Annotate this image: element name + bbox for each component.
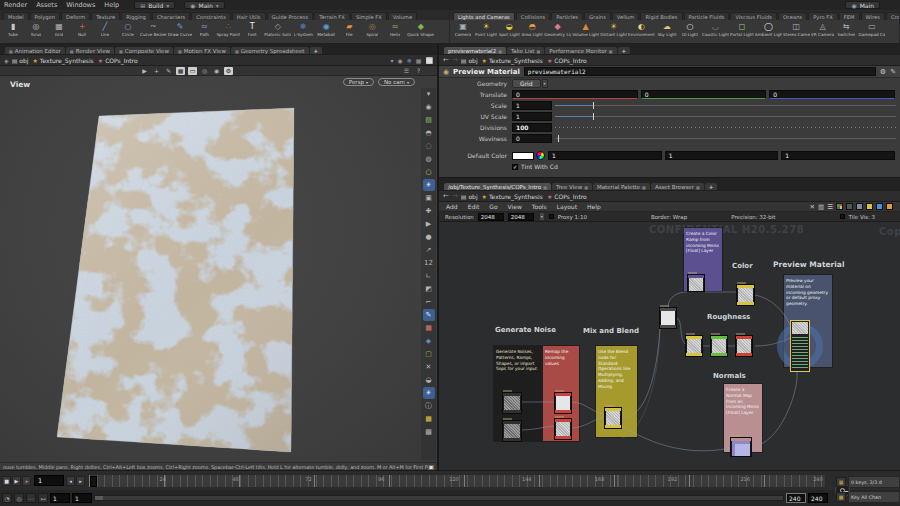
viewport-side-icon[interactable]: ☀ — [423, 179, 435, 191]
geometry-dropdown[interactable]: Grid — [512, 79, 541, 88]
viewport-side-icon[interactable]: ▾ — [423, 88, 435, 100]
shelf-tab[interactable]: Particles — [551, 12, 583, 20]
close-icon[interactable]: ■ — [498, 49, 502, 54]
translate-field[interactable]: 0 — [512, 90, 638, 99]
shelf-tool[interactable]: ▣ Camera — [452, 21, 474, 37]
viewport-tool-icon[interactable]: ▭ — [188, 67, 197, 75]
pane-tab[interactable]: Asset Browser■ — [651, 183, 704, 190]
pane-tab[interactable]: Take List■ — [507, 47, 544, 54]
shelf-tab[interactable]: Terrain FX — [314, 12, 350, 20]
viewport-side-icon[interactable]: ∟ — [423, 270, 435, 282]
close-icon[interactable]: ■ — [119, 49, 123, 54]
node-noise-2[interactable] — [502, 420, 522, 442]
next-key-button[interactable]: ▸ — [76, 476, 85, 486]
shelf-tool[interactable]: ○ GI Light — [679, 21, 701, 37]
projection-pill[interactable]: Persp▾ — [343, 78, 374, 86]
network-menu-item[interactable]: Tools — [532, 203, 547, 210]
node-link-icon[interactable]: ❄ — [407, 57, 412, 64]
close-icon[interactable]: ■ — [609, 49, 613, 54]
path-dropdown-icon[interactable]: ▾ — [391, 57, 394, 64]
proxy-checkbox[interactable] — [549, 214, 554, 219]
close-icon[interactable]: ■ — [536, 49, 540, 54]
fast-forward-button[interactable]: » — [22, 476, 31, 486]
shelf-tool[interactable]: ◉ Metaball — [315, 21, 337, 37]
color-palette-icon[interactable] — [836, 203, 843, 210]
add-pane-tab-button[interactable]: + — [310, 47, 323, 54]
pane-tab[interactable]: ■Animation Editor — [5, 47, 65, 54]
pane-tab[interactable]: previewmaterial2■ — [444, 47, 506, 54]
shelf-tab[interactable]: Model — [3, 12, 29, 20]
shelf-tool[interactable]: T Font — [241, 21, 263, 37]
close-icon[interactable]: ■ — [642, 185, 646, 190]
color-swatch[interactable] — [512, 152, 534, 160]
pane-tab[interactable]: ■Geometry Spreadsheet — [231, 47, 309, 54]
viewport-tool-icon[interactable]: + — [152, 67, 161, 75]
viewport-side-icon[interactable]: ◈ — [423, 335, 435, 347]
forward-arrow-icon[interactable]: → — [452, 193, 458, 200]
list-options-icon[interactable]: ☰ — [402, 67, 411, 75]
add-pane-tab-button[interactable]: + — [618, 47, 631, 54]
breadcrumb-item[interactable]: ★Texture_Synthesis — [32, 57, 93, 64]
translate-field[interactable]: 0 — [641, 90, 767, 99]
keys-info-button[interactable]: 0 keys, 3/3 d — [848, 476, 900, 488]
menu-item[interactable]: Render — [4, 1, 27, 9]
breadcrumb-item[interactable]: ▤obj — [12, 57, 29, 64]
shelf-tab[interactable]: Lights and Cameras — [453, 12, 515, 20]
shelf-tab[interactable]: Viscous Fluids — [730, 12, 776, 20]
breadcrumb-item[interactable]: ★Texture_Synthesis — [482, 57, 543, 64]
layout-icon[interactable]: ▦ — [416, 57, 422, 64]
viewport-side-icon[interactable]: ✚ — [423, 205, 435, 217]
viewport-tool-icon[interactable]: ⚙ — [224, 67, 233, 75]
pane-tab[interactable]: Performance Monitor■ — [545, 47, 616, 54]
viewport-side-icon[interactable]: ◩ — [423, 283, 435, 295]
shelf-set-selector[interactable]: ◉ Main ▾ — [184, 1, 225, 9]
breadcrumb-item[interactable]: ▤obj — [461, 57, 478, 64]
shelf-tool[interactable]: ~ Curve Bezier — [140, 21, 167, 37]
tint-checkbox[interactable]: ✓ — [512, 164, 518, 170]
tile-vis-checkbox[interactable] — [840, 214, 845, 219]
shelf-tool[interactable]: ✎ Draw Curve — [168, 21, 193, 37]
shelf-tab[interactable]: Rigid Bodies — [640, 12, 682, 20]
stepper-icon[interactable]: ▾ — [542, 79, 548, 88]
viewport-side-icon[interactable]: ☀ — [423, 387, 435, 399]
shelf-tab[interactable]: Pyro FX — [808, 12, 838, 20]
menu-item[interactable]: Windows — [66, 1, 95, 9]
shelf-tab[interactable]: FEM — [839, 12, 860, 20]
shelf-tool[interactable]: ◆ Quick Shapes — [407, 21, 434, 37]
viewport-side-icon[interactable]: ▩ — [423, 426, 435, 438]
global-start-field[interactable]: 1 — [50, 493, 70, 503]
help-icon[interactable]: ? — [414, 67, 423, 75]
node-color-ramp[interactable] — [687, 274, 705, 292]
shelf-tool[interactable]: ◬ VR Camera — [811, 21, 835, 37]
back-arrow-icon[interactable]: ← — [443, 57, 449, 64]
range-slider[interactable] — [94, 495, 784, 501]
viewport-side-icon[interactable]: ◉ — [423, 101, 435, 113]
node-blend[interactable] — [604, 407, 622, 429]
viewport-3d[interactable]: View Persp▾ No cam▾ ▾◉▧◓◌◍○☀▣✚▶●↗12∟◩⌐✎▦… — [0, 76, 437, 462]
viewport-side-icon[interactable]: ▦ — [423, 322, 435, 334]
default-color-field[interactable]: 1 — [548, 151, 662, 160]
shelf-tool[interactable]: ◐ Environment Light — [628, 21, 655, 37]
shelf-tool[interactable]: ⇆ Switcher — [835, 21, 857, 37]
waviness-slider[interactable] — [555, 134, 898, 143]
viewport-side-icon[interactable]: ✕ — [423, 361, 435, 373]
shelf-tab[interactable]: Wires — [861, 12, 885, 20]
range-start-icon[interactable]: ↤ — [38, 493, 48, 503]
shelf-tool[interactable]: ◫ Stereo Camera — [783, 21, 810, 37]
scale-slider[interactable] — [555, 101, 898, 110]
node-name-field[interactable] — [524, 67, 876, 76]
camera-pill[interactable]: No cam▾ — [378, 78, 415, 86]
viewport-side-icon[interactable]: ▢ — [423, 348, 435, 360]
node-rename[interactable] — [659, 307, 677, 329]
node-roughness[interactable] — [710, 335, 728, 357]
resolution-preset-icon[interactable]: ▾ — [539, 212, 545, 221]
viewport-side-icon[interactable]: ◒ — [423, 374, 435, 386]
shelf-tool[interactable]: ○ Circle — [117, 21, 139, 37]
keyframe-scope-icon[interactable]: ▦ — [836, 477, 846, 487]
shelf-tool[interactable]: ☁ Sky Light — [656, 21, 678, 37]
shelf-tool[interactable]: ◆ Geometry Light — [544, 21, 571, 37]
viewport-side-icon[interactable]: ✎ — [423, 309, 435, 321]
shelf-tab[interactable]: Grains — [584, 12, 611, 20]
viewport-side-icon[interactable]: ▧ — [423, 114, 435, 126]
prev-key-button[interactable]: ◂ — [66, 476, 75, 486]
